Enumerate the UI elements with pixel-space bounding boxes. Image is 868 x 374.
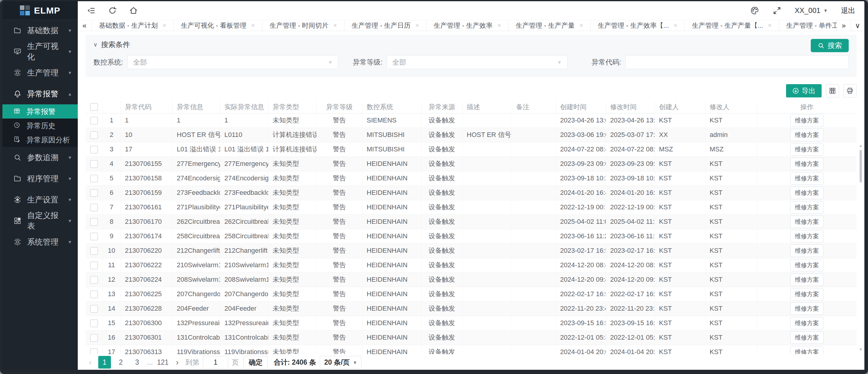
tab-1[interactable]: 生产可视化 - 看板管理×: [174, 20, 262, 31]
sidebar-item-0[interactable]: 基础数据▾: [2, 20, 78, 41]
tab-4[interactable]: 生产管理 - 生产效率×: [427, 20, 508, 31]
sidebar-item-7[interactable]: 自定义报表▾: [2, 210, 78, 231]
repair-plan-button[interactable]: 维修方案: [790, 129, 824, 141]
repair-plan-button[interactable]: 维修方案: [790, 274, 824, 286]
tab-2[interactable]: 生产管理 - 时间切片×: [262, 20, 344, 31]
print-button[interactable]: [843, 84, 857, 97]
exception-code-input[interactable]: [625, 55, 849, 69]
column-settings-button[interactable]: [826, 84, 839, 97]
close-icon[interactable]: ×: [498, 22, 501, 29]
row-checkbox[interactable]: [90, 146, 98, 153]
home-icon[interactable]: [129, 6, 138, 15]
user-menu[interactable]: XX_001 ▼: [795, 6, 828, 15]
row-checkbox[interactable]: [90, 276, 98, 284]
tab-8[interactable]: 生产管理 - 单件工时×: [779, 20, 837, 31]
repair-plan-button[interactable]: 维修方案: [790, 303, 824, 315]
collapse-menu-icon[interactable]: [87, 6, 96, 15]
cell-modifier: admin: [705, 127, 757, 142]
sidebar-subitem-3-1[interactable]: 异常历史: [2, 118, 78, 133]
sidebar-item-4[interactable]: 参数追溯▾: [2, 147, 78, 168]
scroll-down-icon[interactable]: ▼: [858, 347, 863, 352]
row-checkbox[interactable]: [90, 204, 98, 211]
row-checkbox[interactable]: [90, 247, 98, 255]
repair-plan-button[interactable]: 维修方案: [790, 230, 824, 242]
search-panel-header[interactable]: ∨ 搜索条件: [93, 39, 849, 50]
repair-plan-button[interactable]: 维修方案: [790, 158, 824, 170]
page-button-121[interactable]: 121: [156, 356, 169, 369]
page-button-1[interactable]: 1: [98, 356, 111, 369]
page-size-select[interactable]: 20 条/页 ∨: [320, 356, 361, 369]
next-page-button[interactable]: ›: [173, 358, 182, 367]
repair-plan-button[interactable]: 维修方案: [790, 288, 824, 300]
sidebar-subitem-3-2[interactable]: 异常原因分析: [2, 133, 78, 147]
tab-7[interactable]: 生产管理 - 生产产量【...×: [685, 20, 779, 31]
repair-plan-button[interactable]: 维修方案: [790, 172, 824, 184]
tabs-list-toggle-button[interactable]: ∨: [850, 20, 864, 31]
repair-plan-button[interactable]: 维修方案: [790, 114, 824, 127]
row-checkbox[interactable]: [90, 218, 98, 226]
tab-3[interactable]: 生产管理 - 生产日历×: [344, 20, 427, 31]
refresh-icon[interactable]: [108, 6, 117, 15]
tab-6[interactable]: 生产管理 - 生产效率【...×: [591, 20, 685, 31]
theme-palette-icon[interactable]: [750, 6, 759, 15]
row-checkbox[interactable]: [90, 319, 98, 327]
row-checkbox[interactable]: [90, 175, 98, 182]
row-checkbox[interactable]: [90, 348, 98, 354]
row-checkbox[interactable]: [90, 117, 98, 124]
prev-page-button[interactable]: ‹: [86, 358, 95, 367]
goto-confirm-button[interactable]: 确定: [244, 356, 268, 369]
repair-plan-button[interactable]: 维修方案: [790, 143, 824, 155]
page-button-3[interactable]: 3: [131, 356, 144, 369]
cell-remark: [512, 214, 556, 229]
logout-button[interactable]: 退出: [841, 6, 855, 16]
close-icon[interactable]: ×: [333, 22, 337, 29]
close-icon[interactable]: ×: [415, 22, 419, 29]
row-checkbox[interactable]: [90, 290, 98, 298]
row-checkbox[interactable]: [90, 334, 98, 342]
close-icon[interactable]: ×: [163, 22, 166, 29]
tabs-scroll-right-button[interactable]: »: [837, 20, 850, 31]
tab-0[interactable]: 基础数据 - 生产计划×: [92, 20, 174, 31]
select-all-checkbox[interactable]: [90, 103, 98, 111]
repair-plan-button[interactable]: 维修方案: [790, 346, 824, 354]
sidebar-item-1[interactable]: 生产可视化▾: [2, 41, 78, 62]
exception-level-select[interactable]: 全部 ▼: [387, 55, 567, 69]
tabs-scroll-left-button[interactable]: «: [78, 20, 92, 31]
repair-plan-button[interactable]: 维修方案: [790, 201, 824, 213]
sidebar-subitem-3-0[interactable]: 异常报警: [2, 104, 78, 118]
repair-plan-button[interactable]: 维修方案: [790, 244, 824, 257]
repair-plan-button[interactable]: 维修方案: [790, 332, 824, 344]
goto-page-input[interactable]: [203, 356, 228, 369]
repair-plan-button[interactable]: 维修方案: [790, 259, 824, 271]
row-checkbox[interactable]: [90, 131, 98, 139]
cell-level: 警告: [316, 156, 362, 171]
export-button[interactable]: 导出: [786, 84, 822, 97]
row-checkbox[interactable]: [90, 261, 98, 269]
row-checkbox[interactable]: [90, 305, 98, 313]
close-icon[interactable]: ×: [768, 22, 772, 29]
row-checkbox[interactable]: [90, 233, 98, 240]
sidebar-item-5[interactable]: 程序管理▾: [2, 168, 78, 189]
sidebar-item-3[interactable]: 异常报警▴: [2, 83, 78, 104]
scrollbar-thumb[interactable]: [860, 150, 862, 182]
page-button-2[interactable]: 2: [115, 356, 127, 369]
repair-plan-button[interactable]: 维修方案: [790, 187, 824, 199]
repair-plan-button[interactable]: 维修方案: [790, 317, 824, 329]
sidebar-item-8[interactable]: 系统管理▾: [2, 231, 78, 253]
row-checkbox[interactable]: [90, 160, 98, 168]
sidebar-item-2[interactable]: 生产管理▾: [2, 62, 78, 83]
tab-5[interactable]: 生产管理 - 生产产量×: [508, 20, 590, 31]
search-button[interactable]: 搜索: [811, 39, 849, 52]
close-icon[interactable]: ×: [251, 22, 255, 29]
table-scrollbar[interactable]: ▲ ▼: [858, 143, 863, 352]
fullscreen-icon[interactable]: [772, 6, 781, 15]
cell-remark: [512, 200, 556, 214]
row-checkbox[interactable]: [90, 189, 98, 197]
close-icon[interactable]: ×: [580, 22, 583, 29]
repair-plan-button[interactable]: 维修方案: [790, 215, 824, 228]
close-icon[interactable]: ×: [674, 22, 677, 29]
cnc-system-select[interactable]: 全部 ▼: [127, 55, 338, 69]
sidebar-item-6[interactable]: 生产设置▾: [2, 189, 78, 210]
sidebar-item-label: 基础数据: [27, 25, 59, 36]
scroll-up-icon[interactable]: ▲: [858, 143, 863, 148]
